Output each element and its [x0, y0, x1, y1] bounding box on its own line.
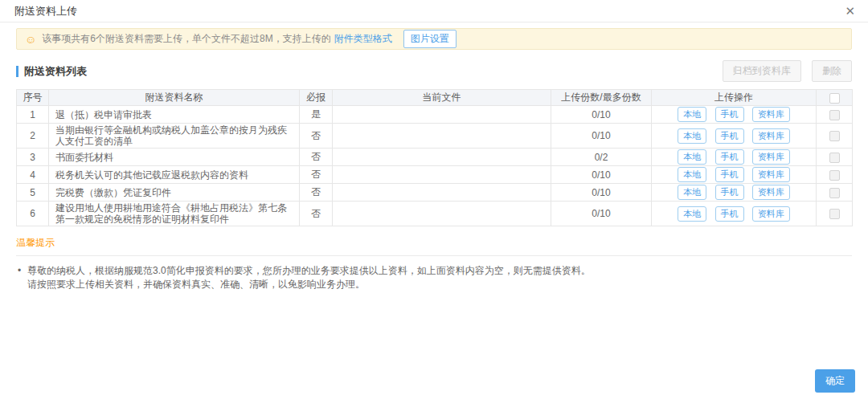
upload-operations: 本地 手机 资料库 [652, 184, 817, 202]
row-no: 6 [17, 202, 49, 226]
table-row: 3 书面委托材料 否 0/2 本地 手机 资料库 [17, 149, 853, 166]
material-name: 退（抵）税申请审批表 [49, 106, 300, 124]
upload-count: 0/10 [551, 124, 652, 149]
upload-operations: 本地 手机 资料库 [652, 202, 817, 226]
picture-settings-button[interactable]: 图片设置 [403, 30, 457, 48]
row-no: 4 [17, 166, 49, 184]
material-name: 当期由银行等金融机构或纳税人加盖公章的按月为残疾人支付工资的清单 [49, 124, 300, 149]
upload-operations: 本地 手机 资料库 [652, 106, 817, 124]
current-file [333, 124, 551, 149]
row-checkbox[interactable] [829, 209, 840, 219]
material-name: 书面委托材料 [49, 149, 300, 166]
library-upload-button[interactable]: 资料库 [752, 167, 790, 182]
local-upload-button[interactable]: 本地 [678, 107, 706, 122]
delete-button[interactable]: 删除 [812, 60, 852, 82]
row-select [817, 166, 853, 184]
current-file [333, 202, 551, 226]
tip-line: 尊敬的纳税人，根据纳服规范3.0简化申报资料的要求，您所办理的业务要求提供以上资… [16, 264, 852, 278]
current-file [333, 166, 551, 184]
row-select [817, 202, 853, 226]
row-checkbox[interactable] [829, 131, 840, 141]
notice-text: 该事项共有6个附送资料需要上传，单个文件不超过8M，支持上传的 [42, 32, 330, 46]
material-name: 税务机关认可的其他记载应退税款内容的资料 [49, 166, 300, 184]
row-no: 1 [17, 106, 49, 124]
col-header-name: 附送资料名称 [49, 90, 300, 106]
select-all-checkbox[interactable] [829, 93, 840, 104]
col-header-count: 上传份数/最多份数 [551, 90, 652, 106]
materials-table: 序号 附送资料名称 必报 当前文件 上传份数/最多份数 上传操作 1 退（抵）税… [16, 89, 853, 226]
row-checkbox[interactable] [829, 188, 840, 198]
library-upload-button[interactable]: 资料库 [752, 206, 790, 222]
row-checkbox[interactable] [829, 170, 840, 181]
current-file [333, 149, 551, 166]
current-file [333, 106, 551, 124]
row-select [817, 106, 853, 124]
local-upload-button[interactable]: 本地 [678, 149, 706, 165]
list-section-actions: 归档到资料库 删除 [723, 60, 852, 82]
local-upload-button[interactable]: 本地 [678, 206, 706, 222]
required-flag: 否 [300, 149, 333, 166]
smiley-icon: ☺ [25, 34, 36, 45]
local-upload-button[interactable]: 本地 [678, 167, 706, 182]
notice-bar: ☺ 该事项共有6个附送资料需要上传，单个文件不超过8M，支持上传的 附件类型格式… [16, 28, 852, 50]
local-upload-button[interactable]: 本地 [678, 185, 706, 200]
required-flag: 否 [300, 202, 333, 226]
required-flag: 是 [300, 106, 333, 124]
row-checkbox[interactable] [829, 110, 840, 120]
modal-content: ☺ 该事项共有6个附送资料需要上传，单个文件不超过8M，支持上传的 附件类型格式… [0, 28, 868, 291]
upload-count: 0/10 [551, 106, 652, 124]
phone-upload-button[interactable]: 手机 [715, 149, 744, 165]
required-flag: 否 [300, 166, 333, 184]
row-select [817, 184, 853, 202]
list-section-title: 附送资料列表 [16, 66, 87, 77]
upload-count: 0/10 [551, 166, 652, 184]
col-header-current-file: 当前文件 [333, 90, 551, 106]
library-upload-button[interactable]: 资料库 [752, 128, 790, 144]
current-file [333, 184, 551, 202]
tips-title: 温馨提示 [16, 236, 852, 250]
row-no: 5 [17, 184, 49, 202]
table-row: 6 建设用地人使用耕地用途符合《耕地占用税法》第七条第一款规定的免税情形的证明材… [17, 202, 853, 226]
table-row: 1 退（抵）税申请审批表 是 0/10 本地 手机 资料库 [17, 106, 853, 124]
library-upload-button[interactable]: 资料库 [752, 107, 790, 122]
table-row: 5 完税费（缴款）凭证复印件 否 0/10 本地 手机 资料库 [17, 184, 853, 202]
phone-upload-button[interactable]: 手机 [715, 167, 744, 182]
tip-line: 请按照要求上传相关资料，并确保资料真实、准确、清晰，以免影响业务办理。 [16, 278, 852, 291]
attachment-format-link[interactable]: 附件类型格式 [334, 32, 392, 46]
material-name: 完税费（缴款）凭证复印件 [49, 184, 300, 202]
confirm-button[interactable]: 确定 [815, 369, 855, 393]
archive-to-library-button[interactable]: 归档到资料库 [723, 60, 801, 82]
phone-upload-button[interactable]: 手机 [715, 107, 744, 122]
row-select [817, 149, 853, 166]
table-row: 2 当期由银行等金融机构或纳税人加盖公章的按月为残疾人支付工资的清单 否 0/1… [17, 124, 853, 149]
library-upload-button[interactable]: 资料库 [752, 149, 790, 165]
row-checkbox[interactable] [829, 153, 840, 163]
row-no: 2 [17, 124, 49, 149]
modal-title: 附送资料上传 [14, 4, 77, 18]
list-section-bar: 附送资料列表 归档到资料库 删除 [16, 60, 852, 82]
material-name: 建设用地人使用耕地用途符合《耕地占用税法》第七条第一款规定的免税情形的证明材料复… [49, 202, 300, 226]
col-header-select [817, 90, 853, 106]
table-header-row: 序号 附送资料名称 必报 当前文件 上传份数/最多份数 上传操作 [17, 90, 853, 106]
col-header-operation: 上传操作 [652, 90, 817, 106]
table-row: 4 税务机关认可的其他记载应退税款内容的资料 否 0/10 本地 手机 资料库 [17, 166, 853, 184]
local-upload-button[interactable]: 本地 [678, 128, 706, 144]
upload-count: 0/10 [551, 202, 652, 226]
col-header-no: 序号 [17, 90, 49, 106]
upload-operations: 本地 手机 资料库 [652, 166, 817, 184]
library-upload-button[interactable]: 资料库 [752, 185, 790, 200]
upload-count: 0/10 [551, 184, 652, 202]
required-flag: 否 [300, 124, 333, 149]
phone-upload-button[interactable]: 手机 [715, 185, 744, 200]
col-header-required: 必报 [300, 90, 333, 106]
phone-upload-button[interactable]: 手机 [715, 128, 744, 144]
required-flag: 否 [300, 184, 333, 202]
upload-operations: 本地 手机 资料库 [652, 124, 817, 149]
phone-upload-button[interactable]: 手机 [715, 206, 744, 222]
upload-operations: 本地 手机 资料库 [652, 149, 817, 166]
close-icon[interactable]: ✕ [845, 5, 855, 17]
upload-count: 0/2 [551, 149, 652, 166]
modal-header: 附送资料上传 ✕ [0, 0, 868, 22]
tips-divider [16, 255, 852, 256]
row-no: 3 [17, 149, 49, 166]
